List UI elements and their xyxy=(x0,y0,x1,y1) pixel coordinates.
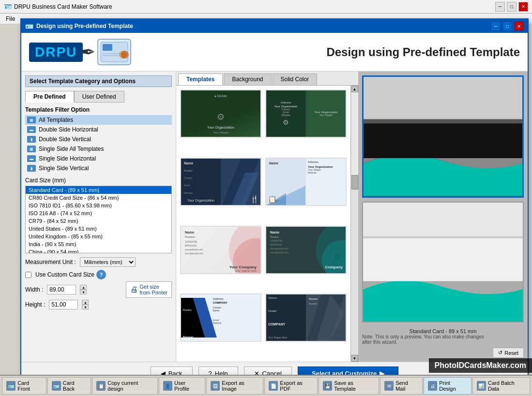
taskbar-card-batch[interactable]: 📊 Card Batch Data xyxy=(472,377,530,395)
height-row: Height : ▲ ▼ xyxy=(25,300,172,309)
card-front-icon: 🪪 xyxy=(6,381,15,391)
category-tabs: Pre Defined User Defined xyxy=(25,91,172,103)
file-menu[interactable]: File xyxy=(2,15,19,23)
card-size-cr80[interactable]: CR80 Credit Card Size - (86 x 54 mm) xyxy=(26,194,171,202)
measure-select[interactable]: Milimeters (mm) Inches (in) Centimeters … xyxy=(80,257,136,267)
panel-section-title: Select Template Category and Options xyxy=(25,75,172,87)
template-item-1[interactable]: ● Mobile Your Organization Your Slogan ⚙ xyxy=(180,89,261,138)
template-item-3[interactable]: Name Position Contact Email Website Your… xyxy=(180,158,261,206)
filter-single-vertical[interactable]: ▮ Single Side Vertical xyxy=(25,163,172,173)
taskbar-user-profile[interactable]: 👤 User Profile xyxy=(159,377,205,395)
tab-solid-color[interactable]: Solid Color xyxy=(273,73,318,85)
height-down-button[interactable]: ▼ xyxy=(82,305,89,309)
tab-predefined[interactable]: Pre Defined xyxy=(25,91,74,103)
reset-button[interactable]: ↺ Reset xyxy=(493,348,524,358)
filter-icon-sh: ▬ xyxy=(27,155,36,162)
card-size-us[interactable]: United States - (89 x 51 mm) xyxy=(26,225,171,233)
preview-area: Standard Card - 89 x 51 mm Note: This is… xyxy=(358,72,528,362)
dialog-title: Design using Pre-defined Template xyxy=(36,23,491,29)
template-tabs: Templates Background Solid Color xyxy=(176,72,358,86)
template-item-6[interactable]: Name Position 123456789 987654321 yourwe… xyxy=(265,226,347,274)
card-size-cr79[interactable]: CR79 - (84 x 52 mm) xyxy=(26,217,171,225)
preview-info-area: Standard Card - 89 x 51 mm Note: This is… xyxy=(362,328,524,358)
template-item-8[interactable]: Address Contact COMPANY Your Slogan Here xyxy=(265,293,347,342)
svg-rect-25 xyxy=(363,203,523,236)
height-input[interactable] xyxy=(49,300,78,309)
taskbar-copy-design[interactable]: 📋 Copy current design xyxy=(92,377,158,395)
width-row: Width : ▲ ▼ 🖨 Get sizefrom Printer xyxy=(25,281,172,298)
maximize-button[interactable]: □ xyxy=(507,2,517,12)
get-size-button[interactable]: 🖨 Get sizefrom Printer xyxy=(126,281,172,298)
svg-rect-23 xyxy=(363,235,523,281)
template-item-4[interactable]: Name Position 📋 Address xyxy=(265,158,347,206)
dialog-minimize-button[interactable]: ─ xyxy=(491,21,501,31)
copy-design-icon: 📋 xyxy=(96,381,106,391)
filter-list: ▦ All Templates ▬ Double Side Horizontal… xyxy=(25,115,172,173)
measure-row: Measurement Unit : Milimeters (mm) Inche… xyxy=(25,257,172,267)
height-up-button[interactable]: ▲ xyxy=(82,300,89,305)
custom-size-checkbox[interactable] xyxy=(25,272,31,278)
save-template-icon: 💾 xyxy=(323,381,332,391)
card-size-label: Card Size (mm) xyxy=(25,177,172,184)
width-up-button[interactable]: ▲ xyxy=(80,285,87,290)
dialog-header: DRPU ✒ Design using Pre-defined Template xyxy=(21,33,528,72)
scroll-up-button[interactable]: ▲ xyxy=(351,86,358,92)
card-size-china[interactable]: China - (90 x 54 mm) xyxy=(26,248,171,253)
card-size-list[interactable]: Standard Card - (89 x 51 mm) CR80 Credit… xyxy=(25,186,172,253)
svg-rect-19 xyxy=(364,120,522,158)
close-button[interactable]: ✕ xyxy=(518,2,528,12)
app-title: DRPU Business Card Maker Software xyxy=(14,3,495,10)
dialog-window: 🪪 Design using Pre-defined Template ─ □ … xyxy=(20,18,529,386)
width-down-button[interactable]: ▼ xyxy=(80,290,87,294)
card-back-icon: 🪪 xyxy=(52,381,61,391)
svg-rect-1 xyxy=(103,44,112,51)
pen-icon: ✒ xyxy=(81,42,95,62)
card-size-iso216[interactable]: ISO 216 A8 - (74 x 52 mm) xyxy=(26,209,171,217)
export-pdf-icon: 📄 xyxy=(269,381,278,391)
taskbar-card-back[interactable]: 🪪 Card Back xyxy=(47,377,91,395)
filter-single-horizontal[interactable]: ▬ Single Side Horizontal xyxy=(25,154,172,163)
svg-rect-20 xyxy=(364,77,522,123)
taskbar-send-mail[interactable]: ✉ Send Mail xyxy=(380,377,423,395)
print-design-icon: 🖨 xyxy=(428,381,437,391)
height-label: Height : xyxy=(25,301,45,308)
template-item-7[interactable]: Address COMPANY Contact Name Email Websi… xyxy=(180,293,261,342)
minimize-button[interactable]: ─ xyxy=(495,2,505,12)
height-spinner: ▲ ▼ xyxy=(82,300,89,309)
dialog-maximize-button[interactable]: □ xyxy=(502,21,512,31)
filter-double-vertical[interactable]: ▮ Double Side Vertical xyxy=(25,134,172,144)
scroll-down-button[interactable]: ▼ xyxy=(351,355,358,362)
template-grid[interactable]: ● Mobile Your Organization Your Slogan ⚙… xyxy=(176,86,350,362)
preview-bottom-card xyxy=(362,202,524,323)
card-size-iso7810[interactable]: ISO 7810 ID1 - (85.60 x 53.98 mm) xyxy=(26,202,171,209)
template-item-2[interactable]: Address Your Organization Contact Email … xyxy=(265,89,347,138)
svg-rect-21 xyxy=(364,119,522,123)
template-scrollbar[interactable]: ▲ ▼ xyxy=(350,86,358,362)
watermark: PhotoIDCardsMaker.com xyxy=(429,358,532,373)
filter-double-horizontal[interactable]: ▬ Double Side Horizontal xyxy=(25,125,172,134)
card-size-uk[interactable]: United Kingdom - (85 x 55 mm) xyxy=(26,233,171,240)
dialog-close-button[interactable]: ✕ xyxy=(514,21,524,31)
scroll-thumb[interactable] xyxy=(351,175,358,190)
taskbar-print-design[interactable]: 🖨 Print Design xyxy=(424,377,471,395)
filter-all-templates[interactable]: ▦ All Templates xyxy=(25,115,172,125)
tab-templates[interactable]: Templates xyxy=(178,73,223,85)
info-button[interactable]: ? xyxy=(96,270,106,279)
template-item-5[interactable]: Name Position 123456789 987654321 yourwe… xyxy=(180,226,261,274)
tab-background[interactable]: Background xyxy=(224,73,271,85)
card-icon xyxy=(97,39,131,65)
taskbar-export-image[interactable]: 🖼 Export as Image xyxy=(206,377,263,395)
width-input[interactable] xyxy=(47,285,76,294)
app-title-bar: 🪪 DRPU Business Card Maker Software ─ □ … xyxy=(0,0,532,14)
taskbar-save-template[interactable]: 💾 Save as Template xyxy=(319,377,379,395)
card-size-standard[interactable]: Standard Card - (89 x 51 mm) xyxy=(26,186,171,194)
card-size-india[interactable]: India - (90 x 55 mm) xyxy=(26,240,171,248)
drpu-logo: DRPU xyxy=(29,43,83,62)
filter-single-all[interactable]: ▦ Single Side All Templates xyxy=(25,144,172,154)
taskbar-export-pdf[interactable]: 📄 Export as PDF xyxy=(264,377,318,395)
custom-size-label: Use Custom Card Size xyxy=(35,271,94,278)
svg-point-5 xyxy=(121,51,129,59)
taskbar-card-front[interactable]: 🪪 Card Front xyxy=(2,377,46,395)
logo-area: DRPU ✒ xyxy=(29,39,131,65)
tab-userdefined[interactable]: User Defined xyxy=(74,91,124,103)
